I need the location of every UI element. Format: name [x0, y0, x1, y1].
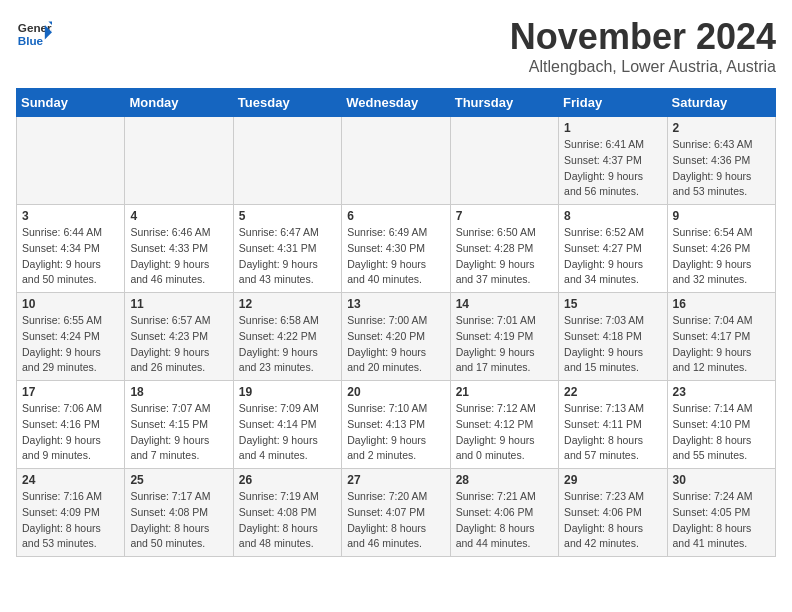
calendar-cell: 9Sunrise: 6:54 AM Sunset: 4:26 PM Daylig…	[667, 205, 775, 293]
calendar-week-row: 1Sunrise: 6:41 AM Sunset: 4:37 PM Daylig…	[17, 117, 776, 205]
calendar-cell: 6Sunrise: 6:49 AM Sunset: 4:30 PM Daylig…	[342, 205, 450, 293]
day-detail: Sunrise: 7:03 AM Sunset: 4:18 PM Dayligh…	[564, 313, 661, 376]
day-detail: Sunrise: 7:20 AM Sunset: 4:07 PM Dayligh…	[347, 489, 444, 552]
day-number: 11	[130, 297, 227, 311]
calendar-cell	[125, 117, 233, 205]
day-detail: Sunrise: 7:01 AM Sunset: 4:19 PM Dayligh…	[456, 313, 553, 376]
calendar-cell: 7Sunrise: 6:50 AM Sunset: 4:28 PM Daylig…	[450, 205, 558, 293]
day-detail: Sunrise: 7:24 AM Sunset: 4:05 PM Dayligh…	[673, 489, 770, 552]
day-number: 10	[22, 297, 119, 311]
day-detail: Sunrise: 6:49 AM Sunset: 4:30 PM Dayligh…	[347, 225, 444, 288]
day-number: 14	[456, 297, 553, 311]
day-number: 21	[456, 385, 553, 399]
day-number: 25	[130, 473, 227, 487]
calendar-cell: 20Sunrise: 7:10 AM Sunset: 4:13 PM Dayli…	[342, 381, 450, 469]
calendar-week-row: 24Sunrise: 7:16 AM Sunset: 4:09 PM Dayli…	[17, 469, 776, 557]
day-number: 1	[564, 121, 661, 135]
calendar-cell: 14Sunrise: 7:01 AM Sunset: 4:19 PM Dayli…	[450, 293, 558, 381]
day-number: 17	[22, 385, 119, 399]
calendar-cell: 25Sunrise: 7:17 AM Sunset: 4:08 PM Dayli…	[125, 469, 233, 557]
month-title: November 2024	[510, 16, 776, 58]
day-number: 9	[673, 209, 770, 223]
day-detail: Sunrise: 7:21 AM Sunset: 4:06 PM Dayligh…	[456, 489, 553, 552]
logo-icon: General Blue	[16, 16, 52, 52]
day-detail: Sunrise: 7:19 AM Sunset: 4:08 PM Dayligh…	[239, 489, 336, 552]
day-number: 16	[673, 297, 770, 311]
calendar-cell: 28Sunrise: 7:21 AM Sunset: 4:06 PM Dayli…	[450, 469, 558, 557]
title-area: November 2024 Altlengbach, Lower Austria…	[510, 16, 776, 76]
location-title: Altlengbach, Lower Austria, Austria	[510, 58, 776, 76]
calendar-cell: 16Sunrise: 7:04 AM Sunset: 4:17 PM Dayli…	[667, 293, 775, 381]
day-detail: Sunrise: 7:09 AM Sunset: 4:14 PM Dayligh…	[239, 401, 336, 464]
calendar-cell: 22Sunrise: 7:13 AM Sunset: 4:11 PM Dayli…	[559, 381, 667, 469]
day-number: 8	[564, 209, 661, 223]
day-detail: Sunrise: 7:16 AM Sunset: 4:09 PM Dayligh…	[22, 489, 119, 552]
day-detail: Sunrise: 7:23 AM Sunset: 4:06 PM Dayligh…	[564, 489, 661, 552]
day-detail: Sunrise: 6:44 AM Sunset: 4:34 PM Dayligh…	[22, 225, 119, 288]
calendar-cell: 21Sunrise: 7:12 AM Sunset: 4:12 PM Dayli…	[450, 381, 558, 469]
calendar-cell: 5Sunrise: 6:47 AM Sunset: 4:31 PM Daylig…	[233, 205, 341, 293]
day-number: 7	[456, 209, 553, 223]
weekday-header: Friday	[559, 89, 667, 117]
day-detail: Sunrise: 7:17 AM Sunset: 4:08 PM Dayligh…	[130, 489, 227, 552]
calendar-cell	[17, 117, 125, 205]
day-number: 15	[564, 297, 661, 311]
calendar-cell: 1Sunrise: 6:41 AM Sunset: 4:37 PM Daylig…	[559, 117, 667, 205]
day-number: 23	[673, 385, 770, 399]
day-detail: Sunrise: 6:57 AM Sunset: 4:23 PM Dayligh…	[130, 313, 227, 376]
day-detail: Sunrise: 7:07 AM Sunset: 4:15 PM Dayligh…	[130, 401, 227, 464]
day-number: 22	[564, 385, 661, 399]
day-detail: Sunrise: 6:47 AM Sunset: 4:31 PM Dayligh…	[239, 225, 336, 288]
day-number: 27	[347, 473, 444, 487]
calendar-cell	[233, 117, 341, 205]
calendar-cell: 26Sunrise: 7:19 AM Sunset: 4:08 PM Dayli…	[233, 469, 341, 557]
logo: General Blue	[16, 16, 52, 52]
day-detail: Sunrise: 7:12 AM Sunset: 4:12 PM Dayligh…	[456, 401, 553, 464]
calendar-week-row: 3Sunrise: 6:44 AM Sunset: 4:34 PM Daylig…	[17, 205, 776, 293]
weekday-header: Thursday	[450, 89, 558, 117]
weekday-header: Tuesday	[233, 89, 341, 117]
day-detail: Sunrise: 7:06 AM Sunset: 4:16 PM Dayligh…	[22, 401, 119, 464]
calendar-cell: 23Sunrise: 7:14 AM Sunset: 4:10 PM Dayli…	[667, 381, 775, 469]
day-number: 13	[347, 297, 444, 311]
day-number: 3	[22, 209, 119, 223]
calendar-cell: 24Sunrise: 7:16 AM Sunset: 4:09 PM Dayli…	[17, 469, 125, 557]
day-detail: Sunrise: 6:55 AM Sunset: 4:24 PM Dayligh…	[22, 313, 119, 376]
calendar-cell: 18Sunrise: 7:07 AM Sunset: 4:15 PM Dayli…	[125, 381, 233, 469]
day-number: 24	[22, 473, 119, 487]
weekday-header: Sunday	[17, 89, 125, 117]
calendar-table: SundayMondayTuesdayWednesdayThursdayFrid…	[16, 88, 776, 557]
day-number: 5	[239, 209, 336, 223]
calendar-cell: 15Sunrise: 7:03 AM Sunset: 4:18 PM Dayli…	[559, 293, 667, 381]
day-number: 19	[239, 385, 336, 399]
day-detail: Sunrise: 6:50 AM Sunset: 4:28 PM Dayligh…	[456, 225, 553, 288]
day-detail: Sunrise: 7:00 AM Sunset: 4:20 PM Dayligh…	[347, 313, 444, 376]
calendar-cell	[450, 117, 558, 205]
day-number: 12	[239, 297, 336, 311]
weekday-header: Saturday	[667, 89, 775, 117]
day-number: 2	[673, 121, 770, 135]
day-number: 6	[347, 209, 444, 223]
calendar-cell: 10Sunrise: 6:55 AM Sunset: 4:24 PM Dayli…	[17, 293, 125, 381]
day-detail: Sunrise: 6:43 AM Sunset: 4:36 PM Dayligh…	[673, 137, 770, 200]
calendar-header-row: SundayMondayTuesdayWednesdayThursdayFrid…	[17, 89, 776, 117]
day-detail: Sunrise: 7:13 AM Sunset: 4:11 PM Dayligh…	[564, 401, 661, 464]
day-detail: Sunrise: 6:54 AM Sunset: 4:26 PM Dayligh…	[673, 225, 770, 288]
calendar-cell	[342, 117, 450, 205]
calendar-cell: 13Sunrise: 7:00 AM Sunset: 4:20 PM Dayli…	[342, 293, 450, 381]
svg-text:Blue: Blue	[18, 34, 44, 47]
day-number: 30	[673, 473, 770, 487]
calendar-cell: 27Sunrise: 7:20 AM Sunset: 4:07 PM Dayli…	[342, 469, 450, 557]
day-detail: Sunrise: 7:04 AM Sunset: 4:17 PM Dayligh…	[673, 313, 770, 376]
page-header: General Blue November 2024 Altlengbach, …	[16, 16, 776, 76]
calendar-cell: 30Sunrise: 7:24 AM Sunset: 4:05 PM Dayli…	[667, 469, 775, 557]
day-detail: Sunrise: 6:52 AM Sunset: 4:27 PM Dayligh…	[564, 225, 661, 288]
calendar-cell: 2Sunrise: 6:43 AM Sunset: 4:36 PM Daylig…	[667, 117, 775, 205]
weekday-header: Monday	[125, 89, 233, 117]
calendar-cell: 19Sunrise: 7:09 AM Sunset: 4:14 PM Dayli…	[233, 381, 341, 469]
calendar-cell: 4Sunrise: 6:46 AM Sunset: 4:33 PM Daylig…	[125, 205, 233, 293]
day-detail: Sunrise: 7:14 AM Sunset: 4:10 PM Dayligh…	[673, 401, 770, 464]
calendar-cell: 29Sunrise: 7:23 AM Sunset: 4:06 PM Dayli…	[559, 469, 667, 557]
day-number: 20	[347, 385, 444, 399]
calendar-week-row: 17Sunrise: 7:06 AM Sunset: 4:16 PM Dayli…	[17, 381, 776, 469]
